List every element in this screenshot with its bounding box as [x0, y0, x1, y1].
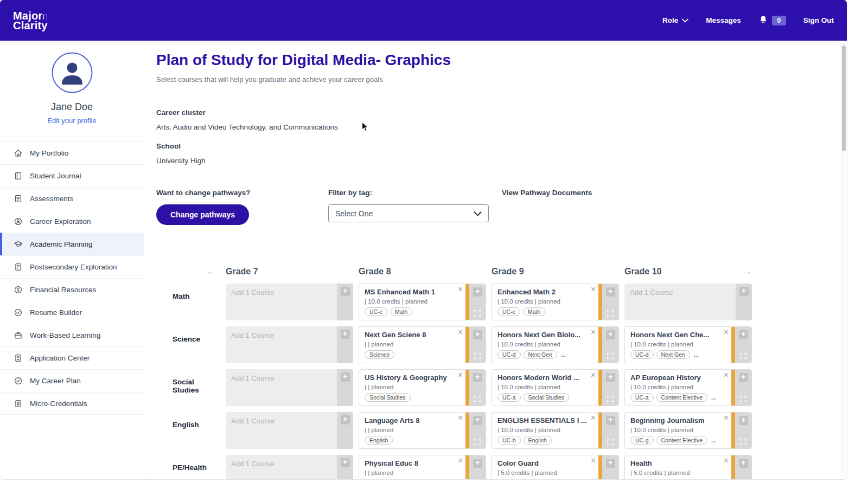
course-planner: ←Grade 7Grade 8Grade 9Grade 10→MathAdd 1… — [156, 266, 847, 479]
course-tag: ... — [710, 437, 717, 443]
edit-profile-link[interactable]: Edit your profile — [47, 117, 96, 125]
remove-course-button[interactable]: × — [591, 327, 596, 337]
add-course-button[interactable]: + — [473, 416, 482, 425]
expand-icon[interactable] — [607, 396, 614, 402]
expand-icon[interactable] — [474, 310, 481, 317]
remove-course-button[interactable]: × — [458, 370, 463, 380]
next-grades-arrow[interactable]: → — [743, 266, 752, 277]
scrollbar-thumb[interactable] — [842, 46, 846, 151]
change-pathways-button[interactable]: Change pathways — [156, 204, 249, 225]
remove-course-button[interactable]: × — [591, 456, 596, 466]
course-card-body: Honors Next Gen Biolo...| 10.0 credits |… — [492, 327, 598, 363]
add-course-button[interactable]: + — [473, 330, 482, 339]
remove-course-button[interactable]: × — [458, 285, 463, 294]
filter-tag-select[interactable]: Select One — [328, 204, 489, 222]
remove-course-button[interactable]: × — [591, 285, 596, 294]
course-tag: English — [524, 436, 552, 445]
brand-logo[interactable]: Major Clarity — [13, 11, 48, 30]
remove-course-button[interactable]: × — [724, 370, 729, 380]
career-cluster-label: Career cluster — [156, 108, 847, 117]
cell-rail: + — [469, 413, 486, 448]
add-course-button[interactable]: + — [739, 287, 749, 296]
add-course-button[interactable]: + — [606, 416, 615, 425]
empty-course-slot[interactable]: Add 1 Course+ — [226, 369, 353, 406]
course-title: Honors Next Gen Che... — [630, 331, 722, 339]
messages-link[interactable]: Messages — [706, 16, 741, 24]
course-card-body: Enhanced Math 2| 10.0 credits | plannedU… — [492, 284, 598, 320]
course-card-body: Honors Next Gen Che...| 10.0 credits | p… — [625, 327, 731, 363]
filter-tag-selected-value: Select One — [335, 209, 373, 218]
sidebar-item-assessments[interactable]: Assessments — [0, 187, 144, 210]
empty-course-slot[interactable]: Add 1 Course+ — [624, 284, 752, 320]
add-course-button[interactable]: + — [739, 459, 748, 468]
course-card-body: US History & Geography| | plannedSocial … — [359, 370, 465, 406]
add-course-button[interactable]: + — [606, 459, 615, 468]
add-course-button[interactable]: + — [739, 373, 748, 382]
add-course-button[interactable]: + — [341, 415, 350, 424]
remove-course-button[interactable]: × — [724, 413, 729, 423]
empty-course-slot[interactable]: Add 1 Course+ — [226, 455, 353, 479]
sidebar-item-my-portfolio[interactable]: My Portfolio — [0, 141, 144, 164]
sidebar-item-micro-credentials[interactable]: Micro-Credentials — [0, 392, 144, 415]
expand-icon[interactable] — [474, 353, 481, 359]
expand-icon[interactable] — [740, 396, 746, 402]
remove-course-button[interactable]: × — [724, 456, 729, 466]
expand-icon[interactable] — [740, 353, 746, 359]
add-course-button[interactable]: + — [606, 330, 615, 339]
expand-icon[interactable] — [474, 439, 481, 445]
course-tag: ... — [693, 351, 700, 358]
role-menu[interactable]: Role — [662, 16, 688, 24]
avatar — [0, 52, 144, 96]
empty-course-slot[interactable]: Add 1 Course+ — [226, 284, 353, 320]
remove-course-button[interactable]: × — [458, 327, 463, 337]
remove-course-button[interactable]: × — [724, 327, 729, 337]
expand-icon[interactable] — [607, 310, 614, 317]
add-course-button[interactable]: + — [739, 416, 748, 425]
sidebar-item-application-center[interactable]: Application Center — [0, 346, 144, 369]
add-course-button[interactable]: + — [341, 287, 350, 296]
add-course-button[interactable]: + — [606, 373, 615, 382]
add-course-button[interactable]: + — [341, 458, 350, 467]
cell-rail: + — [337, 412, 353, 449]
expand-icon[interactable] — [740, 439, 746, 445]
sidebar-item-academic-planning[interactable]: Academic Planning — [0, 233, 144, 255]
view-pathway-documents-link[interactable]: View Pathway Documents — [502, 189, 592, 197]
remove-course-button[interactable]: × — [458, 413, 463, 423]
prev-grades-arrow[interactable]: ← — [207, 266, 216, 276]
add-course-button[interactable]: + — [739, 330, 748, 339]
sidebar-item-financial-resources[interactable]: Financial Resources — [0, 278, 144, 301]
empty-course-slot[interactable]: Add 1 Course+ — [226, 412, 353, 449]
expand-icon[interactable] — [607, 439, 614, 445]
expand-icon[interactable] — [474, 396, 481, 402]
empty-course-slot[interactable]: Add 1 Course+ — [226, 326, 353, 363]
course-title: Next Gen Sciene 8 — [365, 331, 456, 339]
notifications-button[interactable]: 0 — [758, 15, 786, 26]
course-tag: ... — [560, 351, 567, 358]
add-course-button[interactable]: + — [473, 287, 482, 297]
home-icon — [13, 149, 23, 158]
remove-course-button[interactable]: × — [458, 456, 463, 466]
expand-icon[interactable] — [607, 353, 614, 359]
add-course-button[interactable]: + — [341, 372, 350, 382]
add-course-button[interactable]: + — [473, 459, 482, 468]
sidebar-item-my-career-plan[interactable]: My Career Plan — [0, 369, 144, 392]
sidebar-item-work-based-learning[interactable]: Work-Based Learning — [0, 324, 144, 346]
cell-rail: + — [602, 455, 618, 479]
add-course-button[interactable]: + — [473, 373, 482, 382]
course-tag: UC-c — [365, 307, 387, 316]
sidebar-item-career-exploration[interactable]: Career Exploration — [0, 210, 144, 233]
course-card: AP European History| 10.0 credits | plan… — [624, 369, 752, 406]
sidebar-item-postsecondary-exploration[interactable]: Postsecondary Exploration — [0, 255, 144, 278]
add-course-button[interactable]: + — [606, 287, 615, 297]
sidebar-item-resume-builder[interactable]: Resume Builder — [0, 301, 144, 324]
sign-out-button[interactable]: Sign Out — [803, 16, 834, 24]
course-card: Honors Modern World ...| 10.0 credits | … — [492, 369, 619, 406]
sidebar-item-label: Micro-Credentials — [30, 400, 87, 408]
course-tag: Content Elective — [656, 393, 707, 402]
sidebar-item-student-journal[interactable]: Student Journal — [0, 164, 144, 187]
remove-course-button[interactable]: × — [591, 413, 596, 423]
remove-course-button[interactable]: × — [591, 370, 596, 380]
subject-label: English — [156, 412, 220, 449]
course-title: Honors Modern World ... — [497, 374, 589, 382]
add-course-button[interactable]: + — [341, 330, 350, 339]
